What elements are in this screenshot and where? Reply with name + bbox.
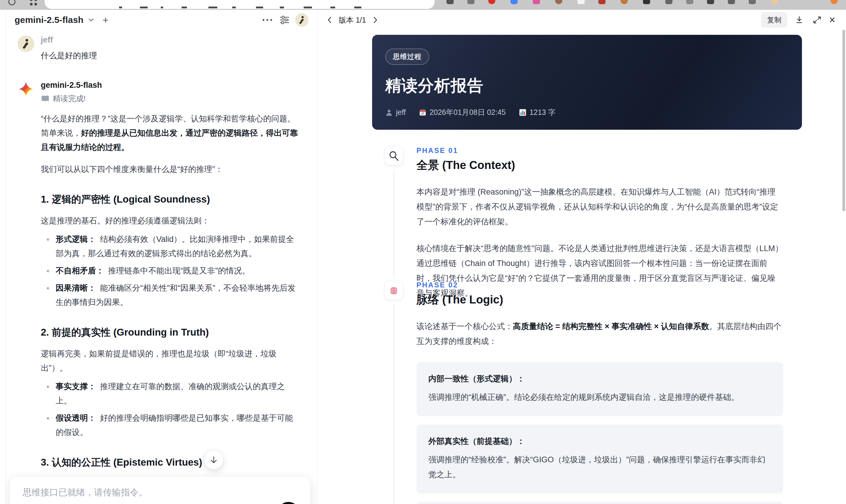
browser-toolbar <box>0 0 846 10</box>
extension-icon[interactable] <box>578 0 585 4</box>
extension-icon[interactable] <box>665 0 672 4</box>
address-bar[interactable] <box>45 0 435 9</box>
screen: { "colors": { "accent_blue": "#3b6fe0", … <box>0 0 846 504</box>
copy-button[interactable]: 复制 <box>761 12 787 28</box>
section-lead: 逻辑再完美，如果前提是错误的，推理也是垃圾（即“垃圾进，垃圾出”）。 <box>41 347 301 375</box>
extension-icon[interactable] <box>621 0 628 4</box>
extension-icon[interactable] <box>749 0 756 4</box>
artifact-panel: 版本 1/1 复制 × 思维过程 精读分析报告 <box>318 10 842 504</box>
phase-label: PHASE 01 <box>417 146 783 155</box>
meta-wordcount: 1213 字 <box>519 107 556 117</box>
extension-icon[interactable] <box>830 0 838 4</box>
assistant-markdown: “什么是好的推理？”这是一个涉及逻辑学、认知科学和哲学核心的问题。简单来说，好的… <box>41 112 301 504</box>
message-text: 什么是好的推理 <box>41 49 301 63</box>
extension-icon[interactable] <box>468 0 475 4</box>
section-title: 3. 认知的公正性 (Epistemic Virtues) <box>41 454 301 471</box>
browser-profile-avatar[interactable] <box>771 0 778 4</box>
status-line: 精读完成! <box>41 93 301 104</box>
chat-panel: gemini-2.5-flash + <box>6 10 318 504</box>
more-options-icon[interactable] <box>261 13 274 26</box>
chevron-right-icon[interactable] <box>371 16 380 24</box>
extension-strip <box>446 0 845 8</box>
card-desc: 强调推理的“经验校准”。解决“GIGO（垃圾进，垃圾出）”问题，确保推理引擎运行… <box>428 452 771 482</box>
extension-icon[interactable] <box>707 0 714 4</box>
chevron-left-icon[interactable] <box>325 16 334 24</box>
list-item: 不自相矛盾：推理链条中不能出现“既是又非”的情况。 <box>43 264 301 278</box>
bullet-list: 形式逻辑：结构必须有效（Valid）。比如演绎推理中，如果前提全部为真，那么通过… <box>43 232 301 309</box>
bar-chart-icon <box>519 109 527 116</box>
phase-title: 脉络 (The Logic) <box>417 292 783 307</box>
dimension-card: 内部一致性（形式逻辑）： 强调推理的“机械正确”。结论必须在给定的规则系统内逻辑… <box>417 362 783 416</box>
voice-input-button[interactable] <box>278 502 299 504</box>
user-avatar[interactable] <box>295 13 309 26</box>
avatar-image <box>295 13 309 27</box>
extension-icon[interactable] <box>555 0 562 4</box>
address-text-fragment <box>256 6 263 8</box>
new-chat-button[interactable]: + <box>103 15 109 25</box>
extension-icon[interactable] <box>643 0 650 4</box>
user-avatar <box>18 35 34 52</box>
hero-badge: 思维过程 <box>385 49 429 65</box>
chat-header: gemini-2.5-flash + <box>6 10 317 30</box>
dimension-card: 主体伦理（认识美德）： 转向推理者的心理特征。引入奥卡姆剃刀和反向论证，旨在克服… <box>417 502 783 504</box>
extension-icon[interactable] <box>446 0 454 4</box>
phase-paragraph: 本内容是对“推理 (Reasoning)”这一抽象概念的高层建模。在知识爆炸与人… <box>417 185 783 229</box>
person-icon <box>385 109 393 116</box>
address-text-fragment <box>280 6 284 8</box>
section-title: 1. 逻辑的严密性 (Logical Soundness) <box>41 191 301 208</box>
browser-reload-icon[interactable] <box>8 0 16 5</box>
address-text-fragment <box>331 6 335 8</box>
magnifier-icon <box>384 146 403 165</box>
address-text-fragment <box>119 6 122 8</box>
list-item: 事实支撑：推理建立在可靠的数据、准确的观测或公认的真理之上。 <box>43 379 301 408</box>
artifact-document: 思维过程 精读分析报告 jeff 17 2026年01月08日 02:45 <box>318 30 842 504</box>
phase-intro: 该论述基于一个核心公式：高质量结论 = 结构完整性 × 事实准确性 × 认知自律… <box>417 319 783 349</box>
list-item: 假设透明：好的推理会明确指明哪些是已知事实，哪些是基于可能的假设。 <box>43 411 301 439</box>
extension-icon[interactable] <box>728 0 735 4</box>
intro-paragraph: “什么是好的推理？”这是一个涉及逻辑学、认知科学和哲学核心的问题。简单来说，好的… <box>41 112 301 155</box>
composer[interactable]: 思维接口已就绪，请传输指令。 + <box>9 476 311 504</box>
phase-label: PHASE 02 <box>417 281 783 289</box>
list-item: 形式逻辑：结构必须有效（Valid）。比如演绎推理中，如果前提全部为真，那么通过… <box>43 232 301 260</box>
scroll-to-bottom-button[interactable] <box>204 450 223 469</box>
section-lead: 这是推理的基石。好的推理必须遵循逻辑法则： <box>41 214 301 228</box>
meta-date: 17 2026年01月08日 02:45 <box>419 107 506 117</box>
meta-author: jeff <box>385 108 406 116</box>
message-list: jeff 什么是好的推理 gemini-2.5-flash <box>6 30 317 504</box>
version-label: 版本 1/1 <box>339 15 366 25</box>
address-text-fragment <box>304 6 312 8</box>
report-meta: jeff 17 2026年01月08日 02:45 1213 字 <box>385 107 789 117</box>
artifact-actions: 复制 × <box>761 12 835 28</box>
report-title: 精读分析报告 <box>385 75 789 97</box>
address-text-fragment <box>232 6 236 8</box>
scrollbar-thumb[interactable] <box>842 30 845 211</box>
address-text-fragment <box>181 6 187 8</box>
brain-icon <box>384 281 403 300</box>
section-title: 2. 前提的真实性 (Grounding in Truth) <box>41 324 301 341</box>
extension-icon[interactable] <box>488 0 495 4</box>
extension-icon[interactable] <box>686 0 693 4</box>
book-icon <box>41 95 50 103</box>
app-window: gemini-2.5-flash + <box>5 10 842 504</box>
card-title: 外部真实性（前提基础）： <box>428 436 771 447</box>
card-desc: 强调推理的“机械正确”。结论必须在给定的规则系统内逻辑自洽，这是推理的硬件基础。 <box>428 390 771 405</box>
expand-fullscreen-icon[interactable] <box>811 14 823 26</box>
address-text-fragment <box>140 6 148 8</box>
download-icon[interactable] <box>793 14 805 26</box>
browser-tab-grid-icon[interactable] <box>30 0 37 6</box>
extension-icon[interactable] <box>511 0 518 4</box>
settings-sliders-icon[interactable] <box>278 13 291 26</box>
message-author: jeff <box>41 35 301 44</box>
user-message: jeff 什么是好的推理 <box>18 35 301 63</box>
close-icon[interactable]: × <box>829 15 835 25</box>
artifact-header: 版本 1/1 复制 × <box>318 10 842 30</box>
extension-icon[interactable] <box>533 0 540 4</box>
extension-icon[interactable] <box>598 0 605 4</box>
composer-placeholder[interactable]: 思维接口已就绪，请传输指令。 <box>23 486 298 499</box>
message-author: gemini-2.5-flash <box>41 80 301 90</box>
chevron-down-icon[interactable] <box>87 16 95 24</box>
lead-paragraph: 我们可以从以下四个维度来衡量什么是“好的推理”： <box>41 162 301 176</box>
phase-title: 全景 (The Context) <box>417 158 783 173</box>
dimension-card: 外部真实性（前提基础）： 强调推理的“经验校准”。解决“GIGO（垃圾进，垃圾出… <box>417 425 783 493</box>
model-selector[interactable]: gemini-2.5-flash <box>15 15 84 25</box>
